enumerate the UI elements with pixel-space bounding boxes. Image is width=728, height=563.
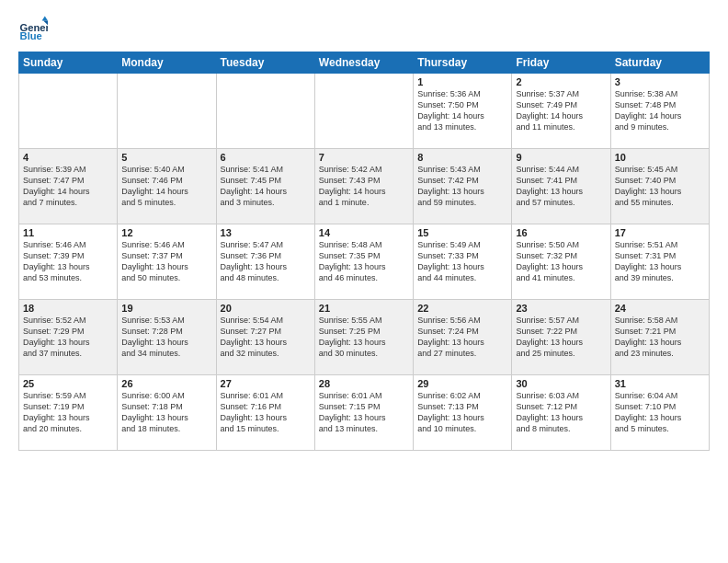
day-header-tuesday: Tuesday bbox=[216, 52, 314, 74]
day-header-sunday: Sunday bbox=[19, 52, 118, 74]
calendar-day-17: 17Sunrise: 5:51 AM Sunset: 7:31 PM Dayli… bbox=[610, 224, 709, 300]
day-info: Sunrise: 5:37 AM Sunset: 7:49 PM Dayligh… bbox=[516, 88, 606, 133]
calendar-header-row: SundayMondayTuesdayWednesdayThursdayFrid… bbox=[19, 52, 710, 74]
calendar-day-23: 23Sunrise: 5:57 AM Sunset: 7:22 PM Dayli… bbox=[512, 300, 610, 375]
calendar-day-7: 7Sunrise: 5:42 AM Sunset: 7:43 PM Daylig… bbox=[314, 149, 413, 224]
day-number: 21 bbox=[319, 303, 409, 314]
calendar-day-6: 6Sunrise: 5:41 AM Sunset: 7:45 PM Daylig… bbox=[216, 149, 314, 224]
logo-icon: General Blue bbox=[18, 15, 48, 44]
calendar-day-empty bbox=[19, 74, 118, 149]
calendar-week-4: 18Sunrise: 5:52 AM Sunset: 7:29 PM Dayli… bbox=[19, 300, 710, 375]
day-header-monday: Monday bbox=[118, 52, 216, 74]
day-header-friday: Friday bbox=[512, 52, 610, 74]
day-number: 29 bbox=[417, 378, 507, 389]
header: General Blue bbox=[18, 15, 710, 44]
day-info: Sunrise: 5:54 AM Sunset: 7:27 PM Dayligh… bbox=[221, 315, 311, 360]
day-info: Sunrise: 5:44 AM Sunset: 7:41 PM Dayligh… bbox=[516, 164, 606, 209]
day-info: Sunrise: 5:46 AM Sunset: 7:37 PM Dayligh… bbox=[121, 239, 211, 284]
day-info: Sunrise: 5:49 AM Sunset: 7:33 PM Dayligh… bbox=[417, 239, 507, 284]
calendar-day-5: 5Sunrise: 5:40 AM Sunset: 7:46 PM Daylig… bbox=[118, 149, 216, 224]
calendar-day-28: 28Sunrise: 6:01 AM Sunset: 7:15 PM Dayli… bbox=[314, 375, 413, 451]
day-number: 19 bbox=[121, 303, 211, 314]
calendar-day-empty bbox=[216, 74, 314, 149]
day-number: 24 bbox=[615, 303, 705, 314]
calendar-day-13: 13Sunrise: 5:47 AM Sunset: 7:36 PM Dayli… bbox=[216, 224, 314, 300]
day-header-saturday: Saturday bbox=[610, 52, 709, 74]
day-number: 1 bbox=[417, 76, 507, 87]
calendar-day-20: 20Sunrise: 5:54 AM Sunset: 7:27 PM Dayli… bbox=[216, 300, 314, 375]
calendar-day-1: 1Sunrise: 5:36 AM Sunset: 7:50 PM Daylig… bbox=[414, 74, 512, 149]
day-info: Sunrise: 5:39 AM Sunset: 7:47 PM Dayligh… bbox=[23, 164, 113, 209]
day-info: Sunrise: 5:48 AM Sunset: 7:35 PM Dayligh… bbox=[319, 239, 409, 284]
day-header-wednesday: Wednesday bbox=[314, 52, 413, 74]
day-info: Sunrise: 5:45 AM Sunset: 7:40 PM Dayligh… bbox=[615, 164, 705, 209]
calendar-day-2: 2Sunrise: 5:37 AM Sunset: 7:49 PM Daylig… bbox=[512, 74, 610, 149]
calendar-day-24: 24Sunrise: 5:58 AM Sunset: 7:21 PM Dayli… bbox=[610, 300, 709, 375]
calendar-day-11: 11Sunrise: 5:46 AM Sunset: 7:39 PM Dayli… bbox=[19, 224, 118, 300]
day-number: 18 bbox=[23, 303, 113, 314]
calendar-day-22: 22Sunrise: 5:56 AM Sunset: 7:24 PM Dayli… bbox=[414, 300, 512, 375]
day-info: Sunrise: 6:01 AM Sunset: 7:15 PM Dayligh… bbox=[319, 390, 409, 435]
day-number: 12 bbox=[121, 227, 211, 238]
day-info: Sunrise: 6:04 AM Sunset: 7:10 PM Dayligh… bbox=[615, 390, 705, 435]
calendar-day-empty bbox=[314, 74, 413, 149]
calendar-day-25: 25Sunrise: 5:59 AM Sunset: 7:19 PM Dayli… bbox=[19, 375, 118, 451]
calendar-week-2: 4Sunrise: 5:39 AM Sunset: 7:47 PM Daylig… bbox=[19, 149, 710, 224]
calendar-day-14: 14Sunrise: 5:48 AM Sunset: 7:35 PM Dayli… bbox=[314, 224, 413, 300]
calendar-day-15: 15Sunrise: 5:49 AM Sunset: 7:33 PM Dayli… bbox=[414, 224, 512, 300]
day-info: Sunrise: 6:00 AM Sunset: 7:18 PM Dayligh… bbox=[121, 390, 211, 435]
day-number: 16 bbox=[516, 227, 606, 238]
day-info: Sunrise: 5:40 AM Sunset: 7:46 PM Dayligh… bbox=[121, 164, 211, 209]
calendar-day-26: 26Sunrise: 6:00 AM Sunset: 7:18 PM Dayli… bbox=[118, 375, 216, 451]
day-info: Sunrise: 5:53 AM Sunset: 7:28 PM Dayligh… bbox=[121, 315, 211, 360]
day-info: Sunrise: 5:52 AM Sunset: 7:29 PM Dayligh… bbox=[23, 315, 113, 360]
calendar-day-8: 8Sunrise: 5:43 AM Sunset: 7:42 PM Daylig… bbox=[414, 149, 512, 224]
day-info: Sunrise: 6:01 AM Sunset: 7:16 PM Dayligh… bbox=[221, 390, 311, 435]
day-number: 2 bbox=[516, 76, 606, 87]
day-info: Sunrise: 6:03 AM Sunset: 7:12 PM Dayligh… bbox=[516, 390, 606, 435]
day-number: 5 bbox=[121, 152, 211, 163]
day-number: 11 bbox=[23, 227, 113, 238]
day-number: 26 bbox=[121, 378, 211, 389]
day-info: Sunrise: 5:36 AM Sunset: 7:50 PM Dayligh… bbox=[417, 88, 507, 133]
day-number: 14 bbox=[319, 227, 409, 238]
day-info: Sunrise: 5:57 AM Sunset: 7:22 PM Dayligh… bbox=[516, 315, 606, 360]
day-number: 9 bbox=[516, 152, 606, 163]
svg-marker-2 bbox=[42, 17, 48, 21]
day-info: Sunrise: 5:41 AM Sunset: 7:45 PM Dayligh… bbox=[221, 164, 311, 209]
day-number: 3 bbox=[615, 76, 705, 87]
day-number: 13 bbox=[221, 227, 311, 238]
calendar-day-4: 4Sunrise: 5:39 AM Sunset: 7:47 PM Daylig… bbox=[19, 149, 118, 224]
day-info: Sunrise: 5:38 AM Sunset: 7:48 PM Dayligh… bbox=[615, 88, 705, 133]
calendar-day-10: 10Sunrise: 5:45 AM Sunset: 7:40 PM Dayli… bbox=[610, 149, 709, 224]
day-info: Sunrise: 5:56 AM Sunset: 7:24 PM Dayligh… bbox=[417, 315, 507, 360]
calendar-week-5: 25Sunrise: 5:59 AM Sunset: 7:19 PM Dayli… bbox=[19, 375, 710, 451]
calendar-day-empty bbox=[118, 74, 216, 149]
day-number: 23 bbox=[516, 303, 606, 314]
calendar-day-19: 19Sunrise: 5:53 AM Sunset: 7:28 PM Dayli… bbox=[118, 300, 216, 375]
day-info: Sunrise: 5:58 AM Sunset: 7:21 PM Dayligh… bbox=[615, 315, 705, 360]
calendar-week-1: 1Sunrise: 5:36 AM Sunset: 7:50 PM Daylig… bbox=[19, 74, 710, 149]
calendar-day-16: 16Sunrise: 5:50 AM Sunset: 7:32 PM Dayli… bbox=[512, 224, 610, 300]
day-number: 20 bbox=[221, 303, 311, 314]
day-number: 30 bbox=[516, 378, 606, 389]
calendar: SundayMondayTuesdayWednesdayThursdayFrid… bbox=[18, 52, 710, 451]
day-number: 15 bbox=[417, 227, 507, 238]
svg-text:Blue: Blue bbox=[20, 30, 42, 41]
day-number: 25 bbox=[23, 378, 113, 389]
calendar-day-21: 21Sunrise: 5:55 AM Sunset: 7:25 PM Dayli… bbox=[314, 300, 413, 375]
day-number: 7 bbox=[319, 152, 409, 163]
calendar-week-3: 11Sunrise: 5:46 AM Sunset: 7:39 PM Dayli… bbox=[19, 224, 710, 300]
calendar-day-18: 18Sunrise: 5:52 AM Sunset: 7:29 PM Dayli… bbox=[19, 300, 118, 375]
calendar-day-30: 30Sunrise: 6:03 AM Sunset: 7:12 PM Dayli… bbox=[512, 375, 610, 451]
day-info: Sunrise: 5:47 AM Sunset: 7:36 PM Dayligh… bbox=[221, 239, 311, 284]
day-info: Sunrise: 5:51 AM Sunset: 7:31 PM Dayligh… bbox=[615, 239, 705, 284]
day-number: 17 bbox=[615, 227, 705, 238]
logo: General Blue bbox=[18, 15, 51, 44]
calendar-day-27: 27Sunrise: 6:01 AM Sunset: 7:16 PM Dayli… bbox=[216, 375, 314, 451]
day-number: 22 bbox=[417, 303, 507, 314]
day-info: Sunrise: 5:55 AM Sunset: 7:25 PM Dayligh… bbox=[319, 315, 409, 360]
day-number: 8 bbox=[417, 152, 507, 163]
day-header-thursday: Thursday bbox=[414, 52, 512, 74]
calendar-day-29: 29Sunrise: 6:02 AM Sunset: 7:13 PM Dayli… bbox=[414, 375, 512, 451]
